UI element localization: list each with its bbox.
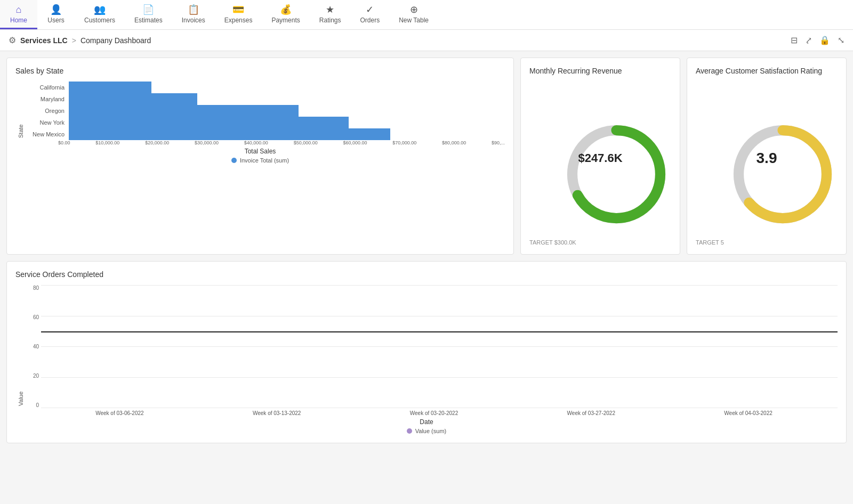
nav-item-estimates[interactable]: 📄 Estimates bbox=[125, 0, 172, 29]
hbar-bar bbox=[69, 105, 299, 117]
hbar-x-label: $90,... bbox=[492, 140, 505, 145]
service-bars bbox=[41, 285, 838, 408]
nav-item-expenses[interactable]: 💳 Expenses bbox=[215, 0, 262, 29]
sales-legend-label: Invoice Total (sum) bbox=[240, 157, 289, 164]
top-navigation: ⌂ Home 👤 Users 👥 Customers 📄 Estimates 📋… bbox=[0, 0, 853, 30]
nav-label-users: Users bbox=[47, 17, 64, 24]
sales-bar-row: Maryland bbox=[26, 93, 505, 105]
hbar-state-label: New Mexico bbox=[26, 131, 69, 137]
service-legend-dot bbox=[407, 428, 412, 434]
sales-bar-row: Oregon bbox=[26, 105, 505, 117]
fullscreen-icon[interactable]: ⤡ bbox=[838, 35, 844, 45]
service-y-axis-label: Value bbox=[15, 285, 26, 408]
settings-icon[interactable]: ⚙ bbox=[9, 35, 16, 45]
hbar-state-label: California bbox=[26, 84, 69, 91]
home-icon: ⌂ bbox=[16, 4, 22, 15]
sales-by-state-panel: Sales by State State California Maryland… bbox=[6, 58, 514, 255]
main-content: Sales by State State California Maryland… bbox=[0, 51, 853, 504]
sales-panel-title: Sales by State bbox=[15, 67, 505, 75]
ratings-icon: ★ bbox=[326, 4, 334, 15]
hbar-x-label: $20,000.00 bbox=[145, 140, 169, 145]
mrr-donut-wrapper: $247.6K bbox=[558, 116, 643, 201]
top-row: Sales by State State California Maryland… bbox=[6, 58, 847, 255]
invoices-icon: 📋 bbox=[188, 4, 199, 15]
sales-x-title: Total Sales bbox=[15, 148, 505, 155]
service-orders-chart: Value 020406080 Week of 03-06-2022Week o… bbox=[15, 285, 838, 434]
hbar-bar bbox=[69, 117, 349, 128]
expenses-icon: 💳 bbox=[232, 4, 244, 15]
nav-label-estimates: Estimates bbox=[134, 17, 163, 24]
mrr-donut-container: $247.6K bbox=[529, 82, 671, 235]
vbar-y-label: 40 bbox=[26, 344, 39, 349]
acsr-panel: Average Customer Satisfaction Rating 3.9… bbox=[687, 58, 847, 255]
nav-item-orders[interactable]: ✓ Orders bbox=[350, 0, 389, 29]
acsr-donut-svg bbox=[724, 116, 841, 233]
hbar-x-label: $60,000.00 bbox=[343, 140, 367, 145]
hbar-x-label: $10,000.00 bbox=[95, 140, 119, 145]
hbar-bar bbox=[69, 93, 197, 105]
breadcrumb-company: Services LLC bbox=[20, 36, 68, 45]
hbar-track bbox=[69, 117, 505, 128]
vbar-y-label: 0 bbox=[26, 402, 39, 408]
hbar-track bbox=[69, 128, 505, 140]
service-y-labels: 020406080 bbox=[26, 285, 41, 408]
vbar-x-label: Week of 03-06-2022 bbox=[41, 410, 198, 416]
vbar-x-label: Week of 03-20-2022 bbox=[356, 410, 513, 416]
nav-item-payments[interactable]: 💰 Payments bbox=[262, 0, 309, 29]
nav-label-new-table: New Table bbox=[399, 17, 429, 24]
nav-item-customers[interactable]: 👥 Customers bbox=[75, 0, 125, 29]
breadcrumb-left: ⚙ Services LLC > Company Dashboard bbox=[9, 35, 151, 45]
sales-bar-chart: State California Maryland Oregon New Yor… bbox=[15, 82, 505, 164]
nav-item-invoices[interactable]: 📋 Invoices bbox=[172, 0, 215, 29]
service-bars-canvas bbox=[41, 285, 838, 408]
payments-icon: 💰 bbox=[280, 4, 292, 15]
nav-item-ratings[interactable]: ★ Ratings bbox=[310, 0, 351, 29]
nav-label-orders: Orders bbox=[360, 17, 380, 24]
vbar-x-label: Week of 03-13-2022 bbox=[198, 410, 356, 416]
acsr-donut-wrapper: 3.9 bbox=[724, 116, 809, 201]
vbar-x-label: Week of 04-03-2022 bbox=[670, 410, 827, 416]
nav-label-expenses: Expenses bbox=[224, 17, 253, 24]
breadcrumb-actions: ⊟ ⤤ 🔒 ⤡ bbox=[791, 35, 844, 45]
vbar-y-label: 80 bbox=[26, 285, 39, 291]
acsr-donut-container: 3.9 bbox=[696, 82, 838, 235]
sales-bar-plot: California Maryland Oregon New York New … bbox=[26, 82, 505, 140]
service-legend-label: Value (sum) bbox=[415, 428, 446, 434]
hbar-x-label: $0.00 bbox=[58, 140, 70, 145]
nav-item-home[interactable]: ⌂ Home bbox=[0, 0, 37, 29]
monitor-icon[interactable]: ⊟ bbox=[791, 35, 798, 45]
hbar-state-label: New York bbox=[26, 119, 69, 126]
share-icon[interactable]: ⤤ bbox=[805, 35, 812, 45]
customers-icon: 👥 bbox=[94, 4, 106, 15]
mrr-panel: Monthly Recurring Revenue $247.6K TARGET… bbox=[520, 58, 680, 255]
mrr-target: TARGET $300.0K bbox=[529, 235, 671, 246]
hbar-state-label: Oregon bbox=[26, 108, 69, 114]
sales-bar-row: New Mexico bbox=[26, 128, 505, 140]
hbar-track bbox=[69, 82, 505, 93]
nav-item-users[interactable]: 👤 Users bbox=[37, 0, 75, 29]
nav-label-invoices: Invoices bbox=[182, 17, 205, 24]
mrr-value: $247.6K bbox=[578, 151, 622, 165]
sales-x-axis-labels: $0.00$10,000.00$20,000.00$30,000.00$40,0… bbox=[58, 140, 505, 145]
lock-icon[interactable]: 🔒 bbox=[819, 35, 830, 45]
mrr-donut-svg bbox=[558, 116, 675, 233]
new-table-icon: ⊕ bbox=[410, 4, 418, 15]
hbar-x-label: $80,000.00 bbox=[442, 140, 466, 145]
service-orders-title: Service Orders Completed bbox=[15, 270, 838, 279]
vbar-y-label: 60 bbox=[26, 314, 39, 320]
sales-legend-dot bbox=[231, 158, 237, 163]
hbar-x-label: $40,000.00 bbox=[244, 140, 268, 145]
nav-label-ratings: Ratings bbox=[319, 17, 341, 24]
nav-label-customers: Customers bbox=[84, 17, 115, 24]
hbar-state-label: Maryland bbox=[26, 96, 69, 102]
nav-item-new-table[interactable]: ⊕ New Table bbox=[389, 0, 438, 29]
estimates-icon: 📄 bbox=[142, 4, 154, 15]
nav-label-payments: Payments bbox=[271, 17, 300, 24]
vbar-x-label: Week of 03-27-2022 bbox=[512, 410, 670, 416]
acsr-value: 3.9 bbox=[757, 150, 777, 167]
hbar-x-label: $70,000.00 bbox=[392, 140, 416, 145]
hbar-track bbox=[69, 105, 505, 117]
breadcrumb-page: Company Dashboard bbox=[81, 36, 151, 45]
service-orders-panel: Service Orders Completed Value 020406080… bbox=[6, 261, 847, 443]
sales-legend: Invoice Total (sum) bbox=[15, 157, 505, 164]
